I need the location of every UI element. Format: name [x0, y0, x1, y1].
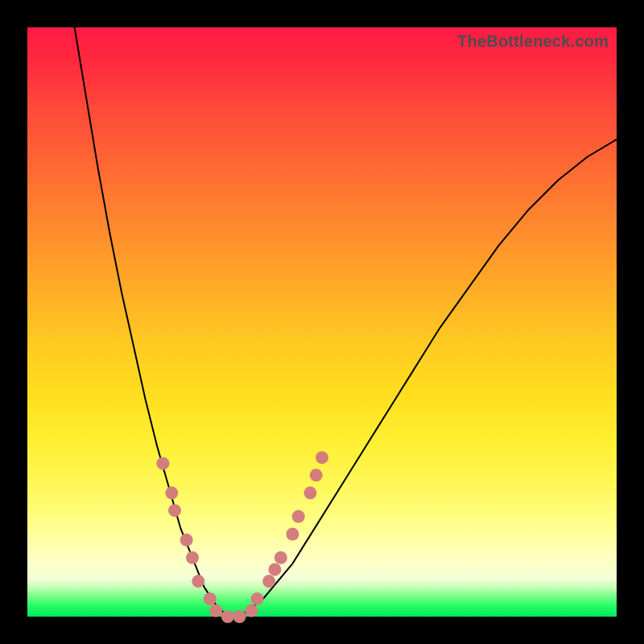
highlight-dot	[268, 563, 281, 576]
highlight-dot	[233, 610, 246, 623]
highlight-dot	[262, 575, 275, 588]
highlight-dot	[275, 551, 287, 564]
highlight-dot	[186, 551, 199, 564]
chart-frame: TheBottleneck.com	[0, 0, 644, 644]
highlight-dot	[303, 486, 316, 499]
highlight-dot	[286, 528, 299, 541]
plot-area: TheBottleneck.com	[27, 27, 617, 617]
curve-svg	[27, 27, 617, 617]
highlight-dot	[156, 457, 169, 470]
highlight-dot	[251, 592, 264, 605]
highlight-dot	[192, 575, 204, 588]
highlight-dot	[245, 605, 258, 617]
highlight-dots	[156, 451, 328, 623]
highlight-dot	[168, 504, 181, 517]
highlight-dot	[316, 451, 328, 464]
highlight-dot	[204, 592, 217, 605]
highlight-dot	[310, 469, 323, 481]
highlight-dot	[180, 534, 193, 547]
highlight-dot	[221, 610, 234, 623]
highlight-dot	[209, 605, 222, 617]
highlight-dot	[292, 510, 305, 523]
highlight-dot	[165, 486, 178, 499]
bottleneck-curve	[75, 27, 617, 617]
